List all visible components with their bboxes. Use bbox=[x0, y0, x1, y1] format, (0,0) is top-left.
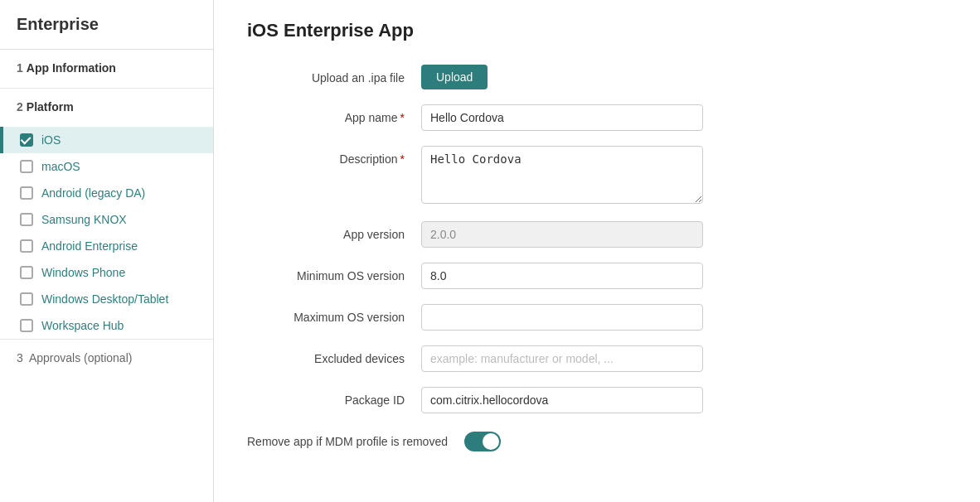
description-label: Description* bbox=[247, 146, 405, 166]
step2-header: 2Platform bbox=[0, 89, 213, 127]
platform-item-windows-desktop[interactable]: Windows Desktop/Tablet bbox=[0, 286, 213, 312]
sidebar: Enterprise 1App Information 2Platform iO… bbox=[0, 0, 214, 502]
mdm-control bbox=[464, 428, 746, 451]
platform-label-windows-phone: Windows Phone bbox=[41, 266, 125, 279]
platform-label-windows-desktop: Windows Desktop/Tablet bbox=[41, 292, 168, 306]
platform-label-ios: iOS bbox=[41, 133, 61, 147]
package-id-row: Package ID bbox=[247, 387, 927, 413]
step2-number: 2 bbox=[17, 100, 23, 113]
app-version-label: App version bbox=[247, 221, 405, 241]
step1-section[interactable]: 1App Information bbox=[0, 50, 213, 89]
max-os-label: Maximum OS version bbox=[247, 304, 405, 324]
main-content: iOS Enterprise App Upload an .ipa file U… bbox=[214, 0, 980, 502]
max-os-control bbox=[421, 304, 703, 331]
excluded-devices-control bbox=[421, 345, 703, 372]
step1-label: 1App Information bbox=[17, 61, 196, 75]
max-os-row: Maximum OS version bbox=[247, 304, 927, 331]
platform-item-macos[interactable]: macOS bbox=[0, 153, 213, 180]
platform-item-workspace-hub[interactable]: Workspace Hub bbox=[0, 312, 213, 339]
mdm-label: Remove app if MDM profile is removed bbox=[247, 428, 448, 448]
min-os-control bbox=[421, 263, 703, 289]
package-id-label: Package ID bbox=[247, 387, 405, 407]
max-os-input[interactable] bbox=[421, 304, 703, 331]
platform-label-android-legacy: Android (legacy DA) bbox=[41, 186, 145, 200]
checkbox-windows-phone[interactable] bbox=[20, 266, 33, 279]
description-textarea[interactable]: Hello Cordova bbox=[421, 146, 703, 204]
platform-item-windows-phone[interactable]: Windows Phone bbox=[0, 259, 213, 286]
form: Upload an .ipa file Upload App name* Des… bbox=[247, 65, 927, 451]
app-name-label: App name* bbox=[247, 104, 405, 124]
mdm-toggle[interactable] bbox=[464, 432, 501, 451]
min-os-input[interactable] bbox=[421, 263, 703, 289]
checkbox-samsung-knox[interactable] bbox=[20, 213, 33, 226]
package-id-control bbox=[421, 387, 703, 413]
description-row: Description* Hello Cordova bbox=[247, 146, 927, 206]
platform-label-android-enterprise: Android Enterprise bbox=[41, 239, 138, 253]
platform-label-samsung-knox: Samsung KNOX bbox=[41, 213, 127, 226]
step3-number: 3 bbox=[17, 351, 23, 364]
description-control: Hello Cordova bbox=[421, 146, 703, 206]
step1-number: 1 bbox=[17, 61, 23, 75]
upload-label: Upload an .ipa file bbox=[247, 65, 405, 84]
app-version-input bbox=[421, 221, 703, 248]
checkbox-workspace-hub[interactable] bbox=[20, 319, 33, 332]
step3-section[interactable]: 3 Approvals (optional) bbox=[0, 340, 213, 376]
excluded-devices-row: Excluded devices bbox=[247, 345, 927, 372]
page-title: iOS Enterprise App bbox=[247, 20, 947, 41]
platform-item-android-enterprise[interactable]: Android Enterprise bbox=[0, 233, 213, 259]
app-version-row: App version bbox=[247, 221, 927, 248]
checkbox-android-legacy[interactable] bbox=[20, 186, 33, 200]
app-name-control bbox=[421, 104, 703, 131]
platform-item-android-legacy[interactable]: Android (legacy DA) bbox=[0, 180, 213, 206]
upload-button[interactable]: Upload bbox=[421, 65, 488, 89]
platform-label-macos: macOS bbox=[41, 160, 80, 173]
platform-label-workspace-hub: Workspace Hub bbox=[41, 319, 124, 332]
step2-label: 2Platform bbox=[17, 100, 196, 113]
app-name-input[interactable] bbox=[421, 104, 703, 131]
upload-control: Upload bbox=[421, 65, 703, 89]
app-version-control bbox=[421, 221, 703, 248]
app-name-row: App name* bbox=[247, 104, 927, 131]
package-id-input[interactable] bbox=[421, 387, 703, 413]
platform-item-samsung-knox[interactable]: Samsung KNOX bbox=[0, 206, 213, 233]
min-os-label: Minimum OS version bbox=[247, 263, 405, 282]
checkbox-macos[interactable] bbox=[20, 160, 33, 173]
checkbox-ios[interactable] bbox=[20, 133, 33, 147]
excluded-devices-input[interactable] bbox=[421, 345, 703, 372]
platform-section: 2Platform iOS macOS Android (legacy DA) … bbox=[0, 89, 213, 340]
platform-list: iOS macOS Android (legacy DA) Samsung KN… bbox=[0, 127, 213, 339]
checkbox-windows-desktop[interactable] bbox=[20, 292, 33, 306]
checkbox-android-enterprise[interactable] bbox=[20, 239, 33, 253]
mdm-row: Remove app if MDM profile is removed bbox=[247, 428, 927, 451]
step3-label: 3 Approvals (optional) bbox=[17, 351, 196, 364]
excluded-devices-label: Excluded devices bbox=[247, 345, 405, 365]
upload-row: Upload an .ipa file Upload bbox=[247, 65, 927, 89]
sidebar-title: Enterprise bbox=[0, 0, 213, 50]
min-os-row: Minimum OS version bbox=[247, 263, 927, 289]
platform-item-ios[interactable]: iOS bbox=[0, 127, 213, 153]
